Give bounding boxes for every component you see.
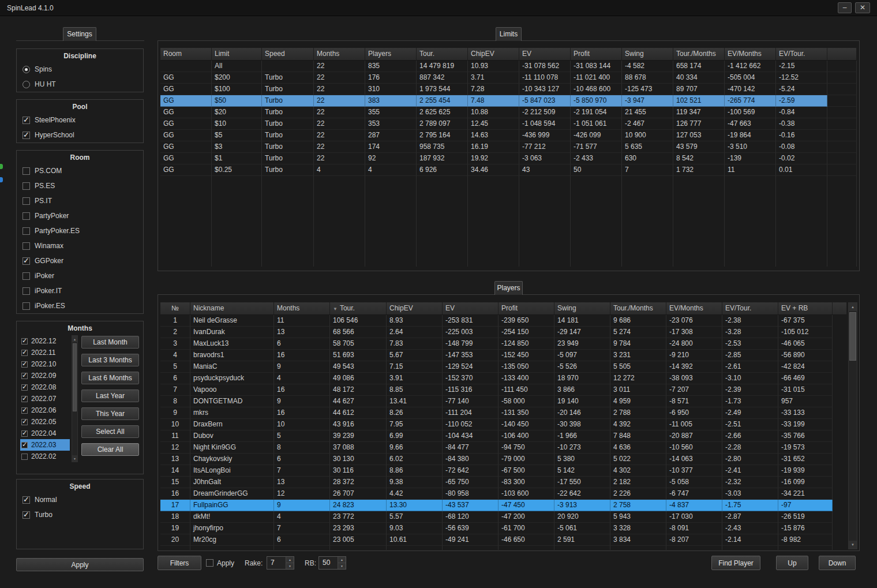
players-header-ev-rb[interactable]: EV + RB [778,302,833,315]
players-row-20[interactable]: 20Mr20cg623 00510.61-49 241-46 6502 5913… [160,534,847,546]
limits-header-months[interactable]: Months [314,48,365,61]
limits-header-limit[interactable]: Limit [212,48,262,61]
players-header-ev-months[interactable]: EV/Months [666,302,722,315]
month-item-2022-07[interactable]: 2022.07 [20,393,70,405]
limits-header-ev[interactable]: EV [519,48,571,61]
month-item-2022-05[interactable]: 2022.05 [20,416,70,428]
spin-down-icon[interactable]: ▼ [338,563,346,569]
players-header-tour-months[interactable]: Tour./Months [610,302,666,315]
find-player-button[interactable]: Find Player [711,556,760,570]
months-button-last-3-months[interactable]: Last 3 Months [81,354,139,366]
players-row-9[interactable]: 9mkrs1644 6128.26-111 204-131 350-20 146… [160,407,847,419]
month-item-2022-06[interactable]: 2022.06 [20,405,70,416]
months-button-last-month[interactable]: Last Month [81,336,139,349]
pool-option-steelphoenix[interactable]: SteelPhoenix [20,113,141,128]
close-button[interactable]: ✕ [855,2,870,13]
players-header-months[interactable]: Months [274,302,330,315]
limits-row-10[interactable]: GG$0.25Turbo446 92634.46435071 732110.01 [160,164,857,176]
room-option-ps-it[interactable]: PS.IT [20,193,141,208]
discipline-option-hu-ht[interactable]: HU HT [20,77,141,92]
players-header-ev-tour[interactable]: EV/Tour. [722,302,778,315]
apply-button[interactable]: Apply [16,558,144,571]
room-option-partypoker[interactable]: PartyPoker [20,208,141,223]
limits-row-6[interactable]: GG$10Turbo223532 789 09712.45-1 048 594-… [160,118,857,130]
players-header-blank[interactable]: № [160,302,190,315]
room-option-ps-es[interactable]: PS.ES [20,178,141,193]
limits-header-tour-months[interactable]: Tour./Months [673,48,725,61]
players-row-5[interactable]: 5ManiaC949 5437.15-129 524-135 050-5 526… [160,361,847,373]
rb-spinner[interactable]: 50 ▲ ▼ [318,556,346,570]
speed-option-normal[interactable]: Normal [20,492,141,507]
limits-row-2[interactable]: GG$200Turbo22176887 3423.71-11 110 078-1… [160,72,857,84]
month-item-2022-03[interactable]: 2022.03 [20,439,70,451]
apply-filters-checkbox[interactable]: Apply [206,556,234,570]
room-option-ipoker-es[interactable]: iPoker.ES [20,298,141,313]
players-row-21[interactable] [160,546,847,550]
players-scrollbar[interactable]: ▲ ▼ [848,302,857,549]
month-item-2022-12[interactable]: 2022.12 [20,335,70,347]
limits-header-players[interactable]: Players [365,48,417,61]
players-header-ev[interactable]: EV [443,302,499,315]
month-item-2022-11[interactable]: 2022.11 [20,347,70,358]
month-item-2022-08[interactable]: 2022.08 [20,381,70,393]
players-row-19[interactable]: 19jhonyfirpo723 2939.03-56 639-61 700-5 … [160,523,847,534]
scroll-thumb[interactable] [849,312,856,361]
players-row-17[interactable]: 17FullpainGG924 82313.30-43 537-47 450-3… [160,500,847,511]
up-button[interactable]: Up [776,556,808,570]
filters-button[interactable]: Filters [158,556,201,570]
players-row-10[interactable]: 10DraxBern1043 9167.95-110 052-140 450-3… [160,419,847,430]
months-button-select-all[interactable]: Select All [81,425,139,438]
month-item-2022-04[interactable]: 2022.04 [20,428,70,439]
players-row-14[interactable]: 14ItsALongBoi730 1168.86-72 642-67 5005 … [160,465,847,477]
players-header-tour[interactable]: ▼Tour. [330,302,387,315]
scroll-thumb[interactable] [73,343,77,411]
players-row-4[interactable]: 4bravodrs11651 6935.67-147 353-152 450-5… [160,350,847,361]
scroll-down-icon[interactable]: ▼ [72,455,77,462]
down-button[interactable]: Down [819,556,856,570]
room-option-ps-com[interactable]: PS.COM [20,163,141,178]
room-option-ipoker[interactable]: iPoker [20,268,141,283]
minimize-button[interactable]: – [838,2,852,13]
limits-header-ev-months[interactable]: EV/Months [725,48,776,61]
discipline-option-spins[interactable]: Spins [20,62,141,77]
pool-option-hyperschool[interactable]: HyperSchool [20,128,141,143]
players-row-18[interactable]: 18dkMt!423 7725.57-68 120-47 20020 9205 … [160,511,847,523]
limits-row-7[interactable]: GG$5Turbo222872 795 16414.63-436 999-426… [160,130,857,141]
players-row-3[interactable]: 3MaxLuck13658 7057.83-148 799-124 85023 … [160,338,847,350]
month-item-2022-09[interactable]: 2022.09 [20,370,70,381]
months-button-this-year[interactable]: This Year [81,407,139,420]
players-row-8[interactable]: 8DONTGETMAD944 62713.41-77 140-58 00019 … [160,396,847,407]
players-row-11[interactable]: 11Dubov539 2396.99-104 434-106 400-1 966… [160,430,847,442]
room-option-winamax[interactable]: Winamax [20,238,141,253]
scroll-up-icon[interactable]: ▲ [849,303,857,311]
months-button-clear-all[interactable]: Clear All [81,443,139,456]
scroll-down-icon[interactable]: ▼ [849,541,857,549]
month-item-2022-10[interactable]: 2022.10 [20,358,70,370]
tab-settings[interactable]: Settings [63,27,96,41]
limits-row-4[interactable]: GG$50Turbo223832 255 4547.48-5 847 023-5… [160,95,857,107]
players-row-2[interactable]: 2IvanDurak1368 5662.64-225 003-254 150-2… [160,327,847,338]
spin-down-icon[interactable]: ▼ [286,563,294,569]
limits-header-room[interactable]: Room [160,48,212,61]
limits-row-9[interactable]: GG$1Turbo2292187 93219.92-3 063-2 433630… [160,153,857,164]
tab-limits[interactable]: Limits [496,27,522,41]
players-row-6[interactable]: 6psyduckpsyduck449 0863.91-152 370-133 4… [160,373,847,384]
players-header-chipev[interactable]: ChipEV [387,302,443,315]
months-scrollbar[interactable]: ▲ ▼ [72,335,78,462]
limits-header-swing[interactable]: Swing [622,48,673,61]
players-row-12[interactable]: 12Night Kin9GG837 0889.66-84 477-94 750-… [160,442,847,454]
room-option-ipoker-it[interactable]: iPoker.IT [20,283,141,298]
limits-header-tour[interactable]: Tour. [417,48,468,61]
limits-row-1[interactable]: All2283514 479 81910.93-31 078 562-31 08… [160,61,857,72]
players-row-7[interactable]: 7Vapooo1648 1728.85-115 316-111 4503 866… [160,384,847,396]
limits-header-chipev[interactable]: ChipEV [468,48,519,61]
rake-spinner[interactable]: 7 ▲ ▼ [267,556,294,570]
spin-up-icon[interactable]: ▲ [338,557,346,563]
speed-option-turbo[interactable]: Turbo [20,507,141,522]
limits-row-3[interactable]: GG$100Turbo223101 973 5447.28-10 343 127… [160,84,857,95]
players-row-13[interactable]: 13Chaykovskiy630 1306.02-84 380-79 0005 … [160,454,847,465]
limits-row-5[interactable]: GG$20Turbo223552 625 62510.88-2 212 509-… [160,107,857,118]
scroll-up-icon[interactable]: ▲ [72,336,77,342]
players-header-nickname[interactable]: Nickname [190,302,274,315]
months-button-last-year[interactable]: Last Year [81,389,139,402]
